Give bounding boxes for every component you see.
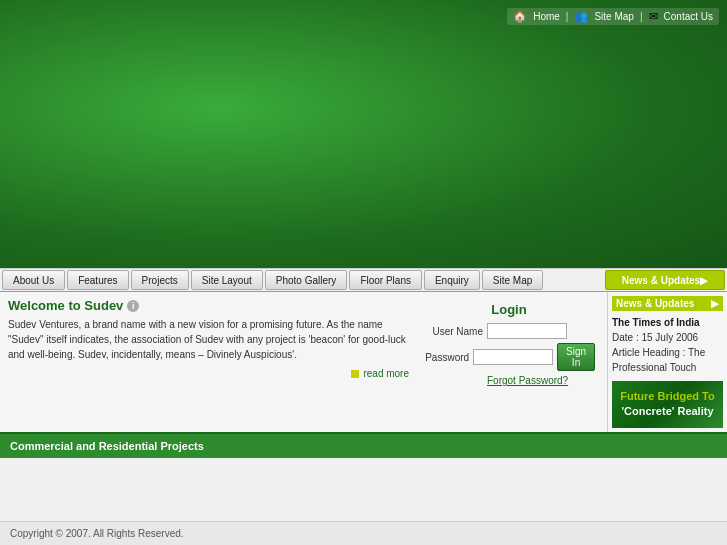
news-side-content: The Times of India Date : 15 July 2006 A…	[612, 315, 723, 375]
news-date: Date : 15 July 2006	[612, 330, 723, 345]
signin-button[interactable]: Sign In	[557, 343, 595, 371]
sep1: |	[566, 11, 569, 22]
login-title: Login	[423, 302, 595, 317]
welcome-title-text: Welcome to Sudev	[8, 298, 123, 313]
news-updates-button[interactable]: News & Updates ▶	[605, 270, 725, 290]
password-row: Password Sign In	[423, 343, 595, 371]
info-icon[interactable]: i	[127, 300, 139, 312]
news-article: Article Heading : The Professional Touch	[612, 345, 723, 375]
contact-link[interactable]: Contact Us	[664, 11, 713, 22]
sep2: |	[640, 11, 643, 22]
tab-features[interactable]: Features	[67, 270, 128, 290]
home-link[interactable]: Home	[533, 11, 560, 22]
password-label: Password	[423, 352, 469, 363]
news-arrow-icon: ▶	[711, 298, 719, 309]
tab-enquiry[interactable]: Enquiry	[424, 270, 480, 290]
header: 🏠 Home | 👥 Site Map | ✉ Contact Us	[0, 0, 727, 268]
tab-about-us[interactable]: About Us	[2, 270, 65, 290]
welcome-body: Sudev Ventures, a brand name with a new …	[8, 317, 409, 362]
tab-floor-plans[interactable]: Floor Plans	[349, 270, 422, 290]
news-source: The Times of India	[612, 315, 723, 330]
read-more-text: read more	[363, 368, 409, 379]
password-input[interactable]	[473, 349, 553, 365]
username-label: User Name	[423, 326, 483, 337]
news-side-panel: News & Updates ▶ The Times of India Date…	[607, 292, 727, 432]
welcome-text: Welcome to Sudev i Sudev Ventures, a bra…	[8, 298, 409, 390]
read-more-link[interactable]: read more	[8, 368, 409, 379]
home-icon: 🏠	[513, 10, 527, 23]
header-background	[0, 0, 727, 268]
news-side-title: News & Updates	[616, 298, 694, 309]
bullet-icon	[351, 370, 359, 378]
tab-projects[interactable]: Projects	[131, 270, 189, 290]
contact-icon: ✉	[649, 10, 658, 23]
tab-site-map[interactable]: Site Map	[482, 270, 543, 290]
navbar: About Us Features Projects Site Layout P…	[0, 268, 727, 292]
news-banner-line1: Future Bridged To	[616, 389, 719, 404]
news-side-header: News & Updates ▶	[612, 296, 723, 311]
news-updates-label: News & Updates	[622, 275, 700, 286]
content-area: Welcome to Sudev i Sudev Ventures, a bra…	[0, 292, 607, 432]
tab-photo-gallery[interactable]: Photo Gallery	[265, 270, 348, 290]
username-row: User Name	[423, 323, 595, 339]
welcome-section: Welcome to Sudev i Sudev Ventures, a bra…	[8, 298, 599, 390]
username-input[interactable]	[487, 323, 567, 339]
news-banner-line2: 'Concrete' Reality	[621, 405, 713, 417]
bottom-section: Commercial and Residential Projects	[0, 432, 727, 458]
tab-site-layout[interactable]: Site Layout	[191, 270, 263, 290]
main-content: Welcome to Sudev i Sudev Ventures, a bra…	[0, 292, 727, 432]
news-banner: Future Bridged To 'Concrete' Reality	[612, 381, 723, 428]
forgot-password-link[interactable]: Forgot Password?	[487, 375, 595, 386]
sitemap-icon: 👥	[574, 10, 588, 23]
login-section: Login User Name Password Sign In Forgot …	[419, 298, 599, 390]
welcome-title: Welcome to Sudev i	[8, 298, 409, 313]
footer: Copyright © 2007. All Rights Reserved.	[0, 521, 727, 545]
arrow-icon: ▶	[700, 275, 708, 286]
copyright-text: Copyright © 2007. All Rights Reserved.	[10, 528, 184, 539]
topbar: 🏠 Home | 👥 Site Map | ✉ Contact Us	[507, 8, 719, 25]
bottom-text: Commercial and Residential Projects	[10, 440, 204, 452]
sitemap-link[interactable]: Site Map	[594, 11, 633, 22]
